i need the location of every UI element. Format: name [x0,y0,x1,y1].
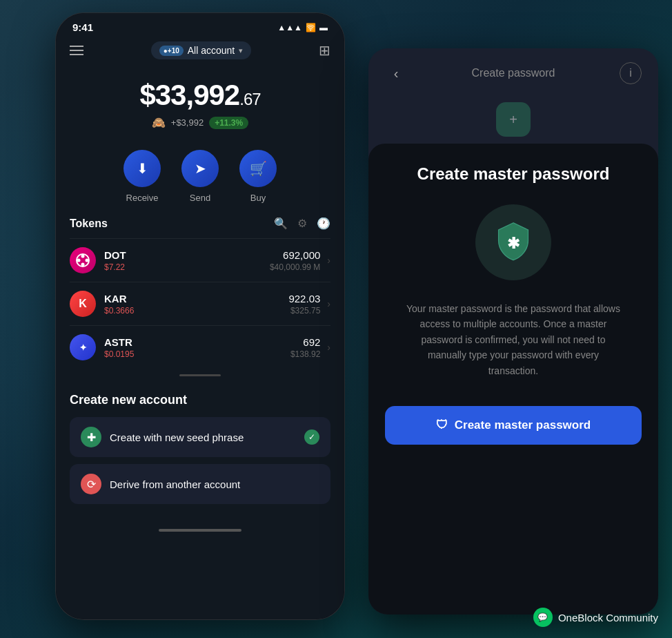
phone-left: 9:41 ▲▲▲ 🛜 ▬ ●+10 All account ▾ ⊞ $33,99… [55,12,345,620]
modal-back-button[interactable]: ‹ [385,62,407,84]
astr-usd: $138.92 [290,349,320,359]
tokens-section: Tokens 🔍 ⚙ 🕐 DOT $7.22 692,000 $ [56,210,344,369]
back-arrow-icon: ‹ [394,66,399,81]
derive-option-icon: ⟳ [81,474,101,494]
token-item-astr[interactable]: ✦ ASTR $0.0195 692 $138.92 › [70,325,330,369]
watermark-text: OneBlock Community [558,612,658,624]
shield-icon: ✱ [493,222,534,263]
dot-amount: 692,000 [270,249,320,261]
home-indicator [56,522,344,536]
kar-info: KAR $0.3666 [104,293,288,316]
svg-point-2 [81,263,85,267]
modal-description: Your master password is the password tha… [403,301,624,378]
kar-logo: K [70,291,96,317]
svg-text:✱: ✱ [507,235,520,252]
action-buttons: ⬇ Receive ➤ Send 🛒 Buy [56,136,344,210]
shield-container: ✱ [475,204,551,280]
buy-icon: 🛒 [239,150,277,187]
status-time: 9:41 [72,21,93,33]
account-badge: ●+10 [159,46,184,56]
history-icon[interactable]: 🕐 [317,217,330,230]
hamburger-menu[interactable] [70,46,83,55]
dot-usd: $40,000.99 M [270,262,320,272]
create-account-title: Create new account [70,393,330,407]
kar-amounts: 922.03 $325.75 [288,293,320,316]
wifi-icon: 🛜 [306,23,316,32]
change-percent-badge: +11.3% [209,117,248,129]
send-label: Send [190,193,210,203]
balance-section: $33,992.67 🙈 +$3,992 +11.3% [56,65,344,136]
modal-heading: Create master password [417,164,610,184]
astr-price: $0.0195 [104,349,290,359]
wallet-icon: + [496,102,531,137]
dot-chevron-icon: › [327,255,330,266]
chevron-down-icon: ▾ [239,46,243,55]
derive-account-option[interactable]: ⟳ Derive from another account [70,464,330,504]
cta-button-label: Create master password [455,418,591,432]
token-item-kar[interactable]: K KAR $0.3666 922.03 $325.75 › [70,282,330,325]
dot-price: $7.22 [104,262,270,272]
create-master-password-button[interactable]: 🛡 Create master password [385,406,642,445]
buy-label: Buy [250,193,266,203]
create-with-seed-option[interactable]: ✚ Create with new seed phrase ✓ [70,417,330,457]
receive-label: Receive [126,193,159,203]
token-item-dot[interactable]: DOT $7.22 692,000 $40,000.99 M › [70,238,330,282]
kar-amount: 922.03 [288,293,320,304]
send-icon: ➤ [181,150,219,187]
modal-header: ‹ Create password i [368,48,658,95]
seed-option-icon: ✚ [81,427,101,447]
send-button[interactable]: ➤ Send [181,150,219,203]
balance-amount: $33,992.67 [56,79,344,112]
create-account-section: Create new account ✚ Create with new see… [56,382,344,522]
account-selector[interactable]: ●+10 All account ▾ [151,41,252,59]
astr-amounts: 692 $138.92 [290,336,320,359]
tokens-title: Tokens [70,218,108,230]
tokens-header: Tokens 🔍 ⚙ 🕐 [70,217,330,230]
seed-check-icon: ✓ [304,429,319,445]
wallet-peek: + [368,95,658,137]
account-label: All account [188,45,235,56]
modal-content: Create master password ✱ Your master pas… [368,144,658,615]
battery-icon: ▬ [319,23,328,32]
top-nav: ●+10 All account ▾ ⊞ [56,36,344,65]
shield-btn-icon: 🛡 [436,418,448,432]
info-icon: i [629,67,632,79]
password-modal: ‹ Create password i + Create master pass… [368,48,658,615]
buy-button[interactable]: 🛒 Buy [239,150,277,203]
dot-name: DOT [104,249,270,261]
kar-price: $0.3666 [104,306,288,316]
dot-info: DOT $7.22 [104,249,270,272]
tokens-action-icons: 🔍 ⚙ 🕐 [274,217,330,230]
astr-logo: ✦ [70,334,96,360]
status-icons: ▲▲▲ 🛜 ▬ [277,23,328,32]
qr-icon[interactable]: ⊞ [319,42,330,59]
astr-amount: 692 [290,336,320,348]
kar-name: KAR [104,293,288,304]
svg-point-1 [81,255,85,258]
watermark: 💬 OneBlock Community [533,608,658,627]
astr-info: ASTR $0.0195 [104,336,290,359]
dot-logo [70,247,96,273]
wechat-icon: 💬 [533,608,553,627]
change-amount: +$3,992 [171,117,204,128]
derive-option-label: Derive from another account [110,478,319,490]
hide-balance-icon[interactable]: 🙈 [152,116,166,129]
receive-icon: ⬇ [123,150,161,187]
svg-point-3 [77,259,81,262]
kar-chevron-icon: › [327,298,330,309]
svg-point-4 [86,259,89,262]
signal-icon: ▲▲▲ [277,23,302,32]
status-bar: 9:41 ▲▲▲ 🛜 ▬ [56,13,344,36]
search-icon[interactable]: 🔍 [274,217,288,230]
astr-chevron-icon: › [327,342,330,353]
seed-option-label: Create with new seed phrase [110,432,304,443]
modal-info-button[interactable]: i [620,62,642,84]
filter-icon[interactable]: ⚙ [297,217,307,230]
kar-usd: $325.75 [288,306,320,316]
dot-amounts: 692,000 $40,000.99 M [270,249,320,272]
receive-button[interactable]: ⬇ Receive [123,150,161,203]
balance-cents: .67 [239,90,260,108]
balance-change: 🙈 +$3,992 +11.3% [56,116,344,129]
scroll-indicator [56,369,344,382]
astr-name: ASTR [104,336,290,348]
